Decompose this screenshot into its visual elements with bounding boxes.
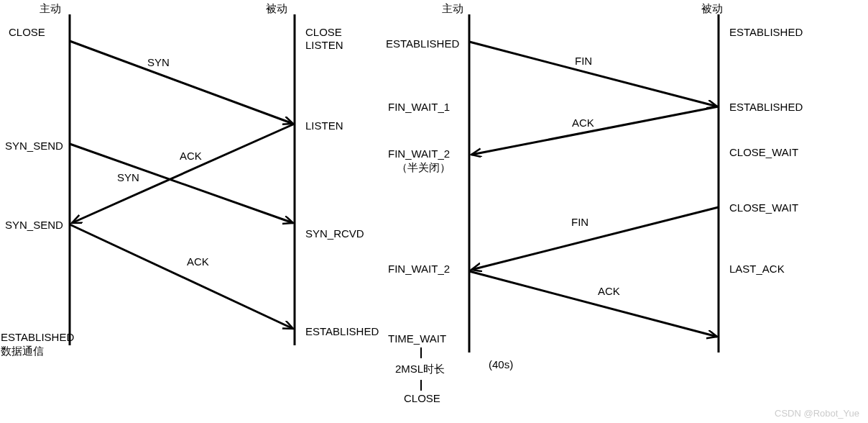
svg-line-3 bbox=[72, 124, 295, 223]
watermark: CSDN @Robot_Yue bbox=[775, 408, 859, 419]
svg-line-2 bbox=[70, 41, 293, 124]
left-state-est-right: ESTABLISHED bbox=[305, 325, 379, 337]
right-state-timewait: TIME_WAIT bbox=[388, 332, 446, 345]
svg-line-9 bbox=[471, 106, 719, 155]
right-state-fw2a: FIN_WAIT_2 bbox=[388, 147, 450, 160]
right-passive-header: 被动 bbox=[701, 2, 723, 16]
left-msg-ack2: ACK bbox=[187, 255, 209, 268]
left-msg-ack1: ACK bbox=[180, 150, 202, 162]
left-state-listen: LISTEN bbox=[305, 119, 343, 132]
right-timer-2msl: 2MSL时长 bbox=[395, 363, 445, 376]
right-state-fw2b: FIN_WAIT_2 bbox=[388, 263, 450, 275]
right-state-est-r2: ESTABLISHED bbox=[729, 101, 803, 113]
right-state-close: CLOSE bbox=[305, 26, 342, 38]
left-state-synrcvd: SYN_RCVD bbox=[305, 227, 364, 240]
left-state-data: 数据通信 bbox=[1, 345, 44, 358]
left-state-close: CLOSE bbox=[9, 26, 45, 38]
svg-line-5 bbox=[70, 224, 293, 329]
left-msg-syn1: SYN bbox=[147, 56, 170, 68]
left-active-header: 主动 bbox=[40, 2, 61, 16]
right-state-fw1: FIN_WAIT_1 bbox=[388, 101, 450, 113]
left-msg-syn2: SYN bbox=[117, 171, 139, 183]
right-state-est-r: ESTABLISHED bbox=[729, 26, 803, 38]
right-active-header: 主动 bbox=[442, 2, 463, 16]
right-state-halfclose: （半关闭） bbox=[397, 161, 451, 175]
left-state-synsend1: SYN_SEND bbox=[5, 140, 63, 152]
right-timer-40s: (40s) bbox=[489, 358, 513, 370]
right-state-cw1: CLOSE_WAIT bbox=[729, 146, 798, 158]
right-msg-fin2: FIN bbox=[571, 216, 588, 228]
right-msg-fin1: FIN bbox=[575, 55, 592, 67]
svg-line-10 bbox=[471, 207, 719, 270]
right-state-close: CLOSE bbox=[404, 392, 440, 404]
right-state-est-l: ESTABLISHED bbox=[386, 37, 459, 50]
left-state-est-left: ESTABLISHED bbox=[1, 331, 74, 343]
svg-line-11 bbox=[469, 271, 717, 337]
left-state-synsend2: SYN_SEND bbox=[5, 219, 63, 231]
svg-line-8 bbox=[469, 42, 717, 106]
left-passive-header: 被动 bbox=[266, 2, 287, 16]
right-state-listen0: LISTEN bbox=[305, 39, 343, 51]
right-msg-ack1: ACK bbox=[572, 117, 594, 129]
right-state-cw2: CLOSE_WAIT bbox=[729, 201, 798, 214]
right-state-lastack: LAST_ACK bbox=[729, 263, 785, 275]
right-msg-ack2: ACK bbox=[598, 285, 620, 297]
